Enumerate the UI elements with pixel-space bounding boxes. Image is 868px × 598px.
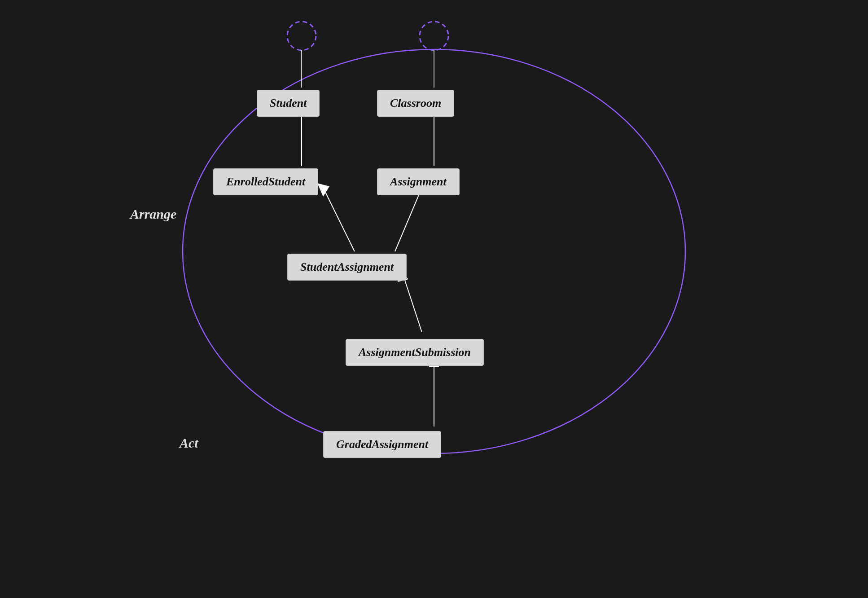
node-student-label: Student [270, 97, 307, 110]
act-label: Act [180, 435, 198, 451]
line-as-to-sa [404, 277, 422, 332]
dashed-circle-right [420, 22, 448, 50]
line-sa-to-assignment [395, 188, 422, 251]
line-sa-to-enrolled [323, 188, 355, 251]
dashed-circle-left [287, 22, 316, 50]
node-assignment-label: Assignment [390, 175, 447, 188]
node-as-label: AssignmentSubmission [359, 346, 471, 359]
arrange-label: Arrange [130, 207, 176, 222]
arrow-sa-to-enrolled [317, 183, 329, 197]
node-student-assignment: StudentAssignment [287, 254, 407, 281]
node-classroom-label: Classroom [390, 97, 441, 110]
node-graded-assignment: GradedAssignment [323, 431, 441, 458]
node-classroom: Classroom [377, 90, 454, 117]
node-assignment: Assignment [377, 168, 460, 195]
node-enrolled-label: EnrolledStudent [226, 175, 305, 188]
node-student: Student [257, 90, 320, 117]
node-enrolled-student: EnrolledStudent [213, 168, 318, 195]
node-ga-label: GradedAssignment [336, 438, 428, 451]
node-sa-label: StudentAssignment [300, 260, 394, 273]
node-assignment-submission: AssignmentSubmission [346, 339, 484, 366]
diagram-container: Student Classroom EnrolledStudent Assign… [0, 0, 868, 598]
